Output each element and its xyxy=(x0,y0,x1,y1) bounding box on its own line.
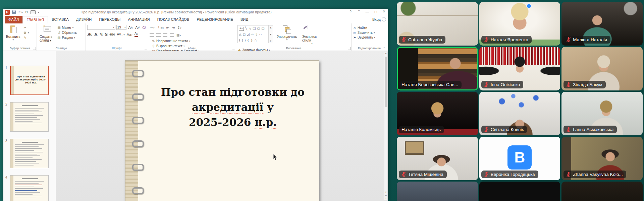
collapse-ribbon-icon[interactable]: ⌃ xyxy=(383,47,385,50)
participant-tile[interactable]: ВВероніка Городецька xyxy=(479,137,560,180)
layout-button[interactable]: ▤Макет▾ xyxy=(57,25,76,30)
align-left-button[interactable] xyxy=(150,34,154,37)
tab-главная[interactable]: ГЛАВНАЯ xyxy=(22,16,48,23)
format-painter-button[interactable]: ✎ xyxy=(23,36,29,40)
participant-tile-partial[interactable] xyxy=(561,182,643,201)
spiral-ring-icon xyxy=(132,140,144,147)
clipboard-dialog-launcher-icon[interactable] xyxy=(33,47,36,50)
participant-tile-partial[interactable] xyxy=(397,182,478,201)
participant-tile[interactable]: Ганна Асмаковська xyxy=(561,92,643,135)
help-icon[interactable]: ? xyxy=(348,10,353,14)
quick-styles-button[interactable]: Экспресс-стили▾ xyxy=(301,24,323,46)
participant-tile[interactable]: Малюга Наталія xyxy=(561,2,643,46)
tab-дизайн[interactable]: ДИЗАЙН xyxy=(72,16,95,23)
slide-thumbnail-4[interactable] xyxy=(10,175,49,201)
grow-font-button[interactable]: A˄ xyxy=(127,25,133,29)
arrange-button[interactable]: Упорядочить▾ xyxy=(274,24,299,42)
shadow-button[interactable]: S xyxy=(105,32,108,37)
slides-thumbnail-panel: 1Про стан підготовки до акредитації у 20… xyxy=(3,51,56,201)
cut-button[interactable]: ✂ xyxy=(23,25,29,30)
next-slide-icon[interactable]: ⏷ xyxy=(385,197,387,199)
bullets-button[interactable]: ≔▾ xyxy=(150,25,155,30)
thumbnail-title-text: Про стан підготовки до акредитації у 202… xyxy=(15,75,46,84)
close-icon[interactable]: ✕ xyxy=(381,9,387,14)
justify-button[interactable] xyxy=(170,34,174,37)
font-color-button[interactable]: А▾ xyxy=(135,32,138,37)
ribbon-options-icon[interactable]: ⌃ xyxy=(356,9,362,14)
powerpoint-window: P ↶▾ ↻ ▾ Про підготовку до акредитації у… xyxy=(3,9,388,201)
drawing-dialog-launcher-icon[interactable] xyxy=(348,47,351,50)
decrease-indent-button[interactable]: ⇤ xyxy=(166,25,169,30)
replace-button[interactable]: abЗаменить▾ xyxy=(353,30,386,35)
slide-thumbnail-2[interactable] xyxy=(10,102,49,132)
shapes-gallery[interactable]: A≡╲↘□○▢ △◻◿⇨⇩▱ ⌇(){}☆ ▲▼⊼ xyxy=(237,25,273,43)
font-dialog-launcher-icon[interactable] xyxy=(145,47,147,50)
char-spacing-button[interactable]: AV↔▾ xyxy=(117,32,125,36)
participant-tile[interactable]: Тетяна Мішеніна xyxy=(397,137,478,180)
participant-tile[interactable]: Наталія Коломієць xyxy=(397,92,478,135)
previous-slide-icon[interactable]: ⏶ xyxy=(385,194,387,196)
change-case-button[interactable]: Aa▾ xyxy=(127,32,132,37)
columns-button[interactable]: ▦▾ xyxy=(176,33,181,37)
align-center-button[interactable] xyxy=(156,34,161,37)
maximize-icon[interactable]: □ xyxy=(373,10,378,14)
participant-tile-partial[interactable] xyxy=(479,182,560,201)
new-slide-button[interactable]: Создать слайд ▾ xyxy=(38,24,56,43)
tab-анимация[interactable]: АНИМАЦИЯ xyxy=(124,16,153,23)
text-direction-button[interactable]: ⇅Направление текста▾ xyxy=(152,39,199,43)
reset-button[interactable]: ↺Сбросить xyxy=(57,30,76,35)
underline-button[interactable]: Ч xyxy=(99,32,103,37)
tab-вставка[interactable]: ВСТАВКА xyxy=(48,16,72,23)
participant-tile[interactable]: Зінаїда Бакум xyxy=(561,47,643,90)
section-button[interactable]: ▥Раздел▾ xyxy=(57,36,76,40)
italic-button[interactable]: К xyxy=(94,32,97,37)
group-font: ▾ 19▾ A˄ A˅ 🗘 Ж К Ч S abc AV↔▾ Aa▾ А▾ Шр… xyxy=(86,23,148,51)
slide-thumbnail-3[interactable] xyxy=(10,139,49,168)
sign-in-link[interactable]: Вход xyxy=(372,17,381,21)
scroll-down-icon[interactable]: ▼ xyxy=(385,191,387,193)
paragraph-dialog-launcher-icon[interactable] xyxy=(232,47,235,50)
replace-icon: ab xyxy=(353,31,357,35)
participant-tile[interactable]: Світлана Журба xyxy=(397,2,478,46)
scroll-up-icon[interactable]: ▲ xyxy=(385,52,387,54)
tab-вид[interactable]: ВИД xyxy=(237,16,252,23)
slide-edit-area[interactable]: Про стан підготовки до акредитації у 202… xyxy=(56,51,388,201)
shapes-scrollbar[interactable]: ▲▼⊼ xyxy=(268,25,273,43)
participant-tile[interactable]: Інна Онікієнко xyxy=(479,47,560,90)
participant-avatar: В xyxy=(507,145,532,170)
vertical-scrollbar[interactable]: ▲ ▼ ⏶ ⏷ xyxy=(384,52,388,200)
shrink-font-button[interactable]: A˅ xyxy=(135,25,141,29)
participant-tile[interactable]: Наталя Яременко xyxy=(479,2,560,46)
line-spacing-button[interactable]: ⇕▾ xyxy=(177,25,181,30)
tab-показ-слайдов[interactable]: ПОКАЗ СЛАЙДОВ xyxy=(154,16,193,23)
account-icon[interactable] xyxy=(382,17,386,21)
participant-name: Вероніка Городецька xyxy=(491,172,535,177)
minimize-icon[interactable]: — xyxy=(365,10,370,14)
scrollbar-thumb[interactable] xyxy=(385,57,387,107)
increase-indent-button[interactable]: ⇥ xyxy=(172,25,175,30)
slide-canvas[interactable]: Про стан підготовки до акредитації у 202… xyxy=(125,60,319,201)
font-size-select[interactable]: 19▾ xyxy=(116,25,127,30)
slide-title-text[interactable]: Про стан підготовки до акредитації у 202… xyxy=(154,85,312,130)
participant-tile[interactable]: Zhanna Vasylivna Kolo... xyxy=(561,137,643,180)
paste-button[interactable]: Вставить▾ xyxy=(5,24,21,42)
tab-file[interactable]: ФАЙЛ xyxy=(5,16,22,23)
strikethrough-button[interactable]: abc xyxy=(109,32,115,36)
slide-thumbnail-row: 1Про стан підготовки до акредитації у 20… xyxy=(5,66,56,95)
muted-mic-icon xyxy=(484,82,489,87)
tab-переходы[interactable]: ПЕРЕХОДЫ xyxy=(95,16,124,23)
copy-button[interactable]: ⧉▾ xyxy=(23,30,29,35)
bold-button[interactable]: Ж xyxy=(87,32,92,37)
find-button[interactable]: ⌭Найти xyxy=(353,26,386,30)
slide-thumbnail-1[interactable]: Про стан підготовки до акредитації у 202… xyxy=(10,66,49,95)
thumbnail-heading-bar xyxy=(22,178,38,179)
participant-tile[interactable]: Світлана Ковпік xyxy=(479,92,560,135)
numbering-button[interactable]: ⋮≡▾ xyxy=(157,25,164,30)
font-name-select[interactable]: ▾ xyxy=(87,25,115,30)
muted-mic-icon xyxy=(566,37,571,42)
participant-tile[interactable]: Наталя Березовська-Сав... xyxy=(397,47,478,90)
clear-formatting-icon[interactable]: 🗘 xyxy=(142,25,147,29)
align-right-button[interactable] xyxy=(163,34,167,37)
select-button[interactable]: ➤Выделить▾ xyxy=(353,35,386,40)
tab-рецензирование[interactable]: РЕЦЕНЗИРОВАНИЕ xyxy=(193,16,237,23)
